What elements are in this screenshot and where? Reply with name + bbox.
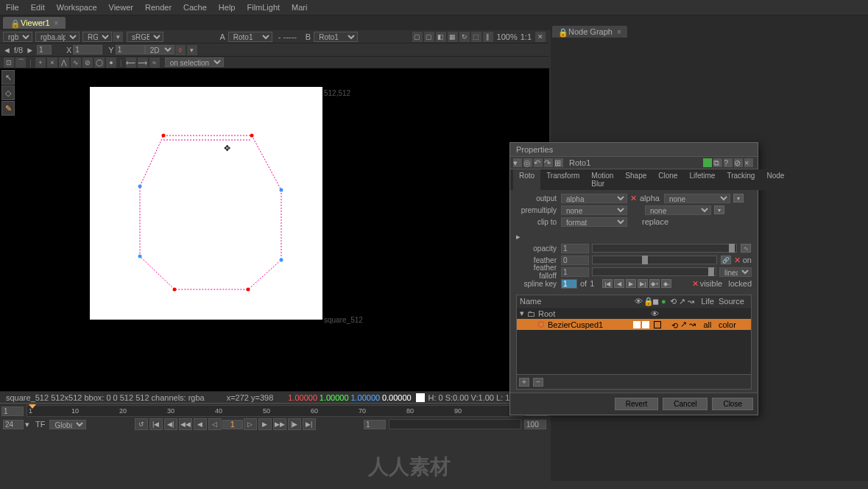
camera-icon[interactable]: ▾ [187,45,197,55]
status-icon[interactable] [703,158,712,167]
proxy-icon[interactable]: ◧ [436,32,446,42]
roi-icon[interactable]: ▦ [448,32,458,42]
undo-icon[interactable]: ↶ [534,158,543,167]
curve-tool-icon[interactable]: ⌒ [15,57,26,68]
remove-shape-icon[interactable]: − [533,378,543,387]
colorspace-icon[interactable]: ▾ [113,32,123,42]
item-blend-icon[interactable] [654,321,661,328]
srgb-select[interactable]: sRGB [127,32,163,42]
timeline-ruler-bottom[interactable] [389,419,521,429]
tab-shape[interactable]: Shape [619,169,652,190]
cusp-icon[interactable]: ⋀ [59,57,69,68]
premult-mask-select[interactable]: none [645,205,711,215]
output-select[interactable]: alpha [561,194,627,203]
eye-icon[interactable]: 👁 [651,309,660,318]
link-icon[interactable]: 🔗 [721,256,731,264]
menu-viewer[interactable]: Viewer [109,3,133,12]
refresh-icon[interactable]: ↻ [459,32,470,42]
menu-help[interactable]: Help [219,3,236,12]
falloff-slider[interactable] [592,267,716,276]
current-frame-input[interactable] [222,420,243,429]
visible-label[interactable]: visible [700,279,723,288]
source-value[interactable]: color [719,320,748,329]
del-key-icon[interactable]: ◆- [661,279,671,288]
graph-icon[interactable]: ⊞ [554,158,563,167]
item-solo-icon[interactable]: ↗ [680,320,688,329]
menu-cache[interactable]: Cache [183,3,207,12]
tab-node[interactable]: Node [761,169,790,190]
selection-mode-select[interactable]: on selection [165,57,224,67]
mask-toggle-icon[interactable]: ✕ [630,194,637,203]
range2-end-input[interactable] [524,420,546,429]
next-key-icon[interactable]: |▶ [288,418,301,430]
ripple-icon[interactable]: ≈ [149,57,160,68]
view-mode-select[interactable]: 2D [145,45,174,54]
wipe-slider[interactable]: - ----- [278,32,297,41]
add-shape-icon[interactable]: + [519,378,529,387]
point-tool-icon[interactable]: ◇ [1,85,15,100]
nodegraph-tab[interactable]: 🔒 Node Graph × [552,26,627,38]
locked-label[interactable]: locked [728,279,752,288]
crosshair-icon[interactable]: ✕ [535,32,546,42]
tree-item-row[interactable]: ⬡ BezierCusped1 ⟲ ↗ ↝ all color [517,319,751,330]
a-node-select[interactable]: Roto1 [228,32,272,42]
global-select[interactable]: Global [49,420,86,429]
feather-slider[interactable] [592,256,717,264]
fullres-icon[interactable]: ⬚ [471,32,481,42]
play-icon[interactable]: ▶ [258,418,272,430]
last-key-icon[interactable]: ▶| [638,279,648,288]
y-input[interactable] [116,45,145,54]
item-overlay-icon[interactable] [663,321,670,328]
anim-menu-icon[interactable]: ▾ [733,194,744,203]
menu-edit[interactable]: Edit [31,3,45,12]
last-frame-icon[interactable]: ▶| [303,418,316,430]
expand2-icon[interactable]: ✕ [734,256,741,265]
cancel-button[interactable]: Cancel [663,398,708,410]
tab-tracking[interactable]: Tracking [721,169,761,190]
feather-in-icon[interactable]: ⟵ [126,57,136,68]
close-icon[interactable]: × [744,158,753,167]
next-key2-icon[interactable]: ▶ [626,279,636,288]
ratio-display[interactable]: 1:1 [521,32,532,41]
fullframe-icon[interactable]: ▢ [424,32,434,42]
tree-root-row[interactable]: ▾ 🗀 Root 👁 [517,308,751,319]
select-all-icon[interactable]: ⊡ [4,57,14,68]
fstop-input[interactable] [37,45,52,54]
remove-point-icon[interactable]: × [47,57,57,68]
roto-shape[interactable]: ✥ [90,87,322,320]
splinekey-input[interactable] [561,279,577,289]
fps-input[interactable] [3,420,24,429]
anim-menu-icon[interactable]: ▾ [714,205,724,214]
curve-icon[interactable]: ∿ [741,244,751,253]
expand-icon[interactable]: ▸ [516,232,521,242]
redo-icon[interactable]: ↷ [544,158,553,167]
step-fwd-icon[interactable]: ▶▶ [273,418,286,430]
prev-key2-icon[interactable]: ◀ [614,279,624,288]
step-back-icon[interactable]: ◀◀ [179,418,192,430]
visible-toggle-icon[interactable]: ✕ [692,279,699,289]
center-icon[interactable]: ◎ [523,158,532,167]
channel-select[interactable]: rgba [3,32,32,42]
menu-filmlight[interactable]: FilmLight [247,3,280,12]
clip-icon[interactable]: ▢ [412,32,423,42]
collapse-icon[interactable]: ▾ [513,158,522,167]
select-tool-icon[interactable]: ↖ [1,70,15,85]
help-icon[interactable]: ? [724,158,733,167]
add-point-icon[interactable]: + [35,57,46,68]
replace-label[interactable]: replace [642,217,668,226]
node-name[interactable]: Roto1 [569,158,590,167]
close-icon[interactable]: × [617,28,621,36]
close-button[interactable]: Close [712,398,753,410]
opacity-slider[interactable] [592,244,737,253]
break-icon[interactable]: ⊘ [82,57,93,68]
item-invert-icon[interactable]: ⟲ [671,321,679,328]
x-input[interactable] [73,45,102,54]
s3d-icon[interactable]: ◊ [175,45,186,55]
copy-icon[interactable]: ⧉ [713,158,722,167]
mask-channel[interactable]: alpha [640,194,660,203]
prev-frame-icon[interactable]: ◁ [208,418,222,430]
loop-icon[interactable]: ↺ [135,418,148,430]
item-vis-icon[interactable] [633,321,641,328]
mask-from-select[interactable]: none [664,194,730,203]
tab-lifetime[interactable]: Lifetime [683,169,721,190]
